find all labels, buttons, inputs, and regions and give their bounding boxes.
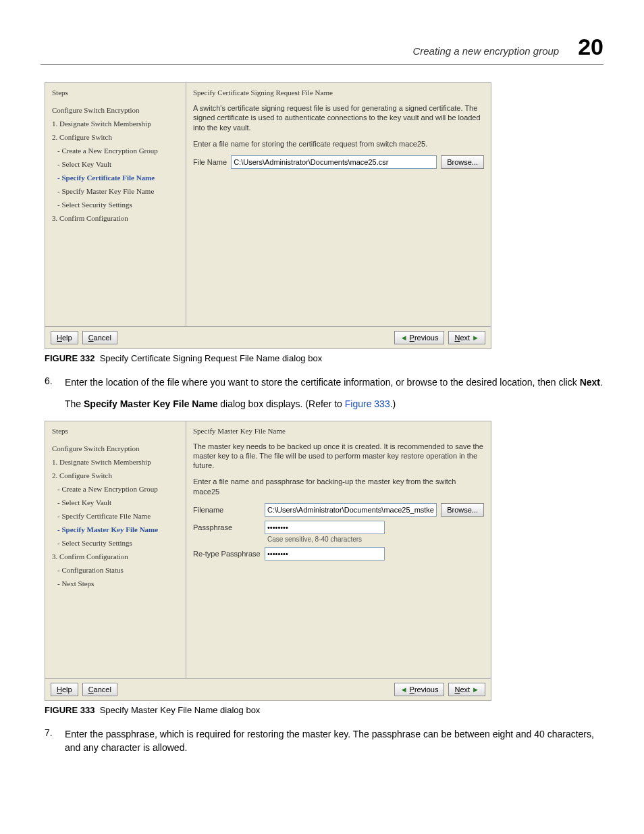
substep-create-group-2[interactable]: - Create a New Encryption Group <box>52 482 179 496</box>
substep-next-steps[interactable]: - Next Steps <box>52 577 179 590</box>
browse-button[interactable]: Browse... <box>441 155 484 169</box>
substep-create-group[interactable]: - Create a New Encryption Group <box>52 144 179 157</box>
passphrase-input[interactable] <box>265 521 385 534</box>
next-button[interactable]: Next ► <box>448 331 485 344</box>
filename-input[interactable] <box>265 503 437 517</box>
figure-332-caption: FIGURE 332 Specify Certificate Signing R… <box>45 353 603 363</box>
retype-passphrase-label: Re-type Passphrase <box>193 550 261 558</box>
section-title: Creating a new encryption group <box>412 45 559 57</box>
step-6-text: Enter the location of the file where you… <box>65 375 603 389</box>
wizard-steps-panel: Steps Configure Switch Encryption 1. Des… <box>45 83 186 326</box>
step-configure-switch[interactable]: 2. Configure Switch <box>52 130 179 144</box>
step-designate-membership-2[interactable]: 1. Designate Switch Membership <box>52 455 179 469</box>
step-configure-switch-2[interactable]: 2. Configure Switch <box>52 469 179 482</box>
substep-specify-master-key-filename-2[interactable]: - Specify Master Key File Name <box>52 523 179 536</box>
content-heading-2: Specify Master Key File Name <box>193 427 484 435</box>
arrow-right-icon-2: ► <box>472 685 479 694</box>
content-heading: Specify Certificate Signing Request File… <box>193 88 484 97</box>
next-button-2[interactable]: Next ► <box>448 683 485 696</box>
figure-333-caption: FIGURE 333 Specify Master Key File Name … <box>45 705 603 715</box>
arrow-right-icon: ► <box>472 334 479 342</box>
wizard-title: Configure Switch Encryption <box>52 103 179 117</box>
steps-header: Steps <box>52 88 179 97</box>
help-button[interactable]: Help <box>51 331 78 344</box>
previous-button-2[interactable]: ◄ Previous <box>394 683 445 696</box>
dialog-master-key-filename: Steps Configure Switch Encryption 1. Des… <box>45 421 491 701</box>
cancel-button[interactable]: Cancel <box>82 331 117 344</box>
dialog-content: Specify Certificate Signing Request File… <box>186 83 491 326</box>
step-confirm-configuration-2[interactable]: 3. Confirm Configuration <box>52 550 179 563</box>
wizard-title-2: Configure Switch Encryption <box>52 442 179 455</box>
step-6-number: 6. <box>45 375 55 389</box>
step-7-number: 7. <box>45 727 55 755</box>
substep-specify-cert-filename-2[interactable]: - Specify Certificate File Name <box>52 509 179 523</box>
wizard-steps-panel-2: Steps Configure Switch Encryption 1. Des… <box>45 421 186 678</box>
figure-332-text: Specify Certificate Signing Request File… <box>100 353 323 363</box>
substep-config-status[interactable]: - Configuration Status <box>52 563 179 577</box>
step-designate-membership[interactable]: 1. Designate Switch Membership <box>52 117 179 130</box>
substep-specify-master-key-filename[interactable]: - Specify Master Key File Name <box>52 184 179 198</box>
content-description-2-2: Enter a file name and passphrase for bac… <box>193 477 484 496</box>
substep-select-security[interactable]: - Select Security Settings <box>52 198 179 211</box>
help-button-2[interactable]: Help <box>51 683 78 696</box>
step-confirm-configuration[interactable]: 3. Confirm Configuration <box>52 211 179 225</box>
arrow-left-icon-2: ◄ <box>400 685 408 694</box>
arrow-left-icon: ◄ <box>400 334 408 342</box>
figure-333-text: Specify Master Key File Name dialog box <box>100 705 261 715</box>
substep-select-key-vault-2[interactable]: - Select Key Vault <box>52 496 179 509</box>
chapter-number: 20 <box>578 34 603 60</box>
browse-button-2[interactable]: Browse... <box>441 503 484 517</box>
substep-select-security-2[interactable]: - Select Security Settings <box>52 536 179 550</box>
dialog-content-2: Specify Master Key File Name The master … <box>186 421 491 678</box>
page-header: Creating a new encryption group 20 <box>41 34 603 65</box>
steps-header-2: Steps <box>52 427 179 435</box>
passphrase-label: Passphrase <box>193 523 261 531</box>
content-description-2: Enter a file name for storing the certif… <box>193 139 484 149</box>
figure-332-label: FIGURE 332 <box>45 353 95 363</box>
file-name-input[interactable] <box>231 155 437 169</box>
step-7-text: Enter the passphrase, which is required … <box>65 727 603 755</box>
passphrase-hint: Case sensitive, 8-40 characters <box>193 536 484 543</box>
filename-label: Filename <box>193 506 261 514</box>
figure-333-label: FIGURE 333 <box>45 705 95 715</box>
content-description-1: A switch's certificate signing request f… <box>193 103 484 132</box>
dialog-certificate-filename: Steps Configure Switch Encryption 1. Des… <box>45 82 491 349</box>
substep-select-key-vault[interactable]: - Select Key Vault <box>52 157 179 171</box>
step-6-result: The Specify Master Key File Name dialog … <box>65 397 603 411</box>
content-description-2-1: The master key needs to be backed up onc… <box>193 442 484 471</box>
retype-passphrase-input[interactable] <box>265 547 385 561</box>
cancel-button-2[interactable]: Cancel <box>82 683 117 696</box>
figure-333-link[interactable]: Figure 333 <box>345 398 390 409</box>
substep-specify-cert-filename[interactable]: - Specify Certificate File Name <box>52 171 179 184</box>
previous-button[interactable]: ◄ Previous <box>394 331 445 344</box>
file-name-label: File Name <box>193 158 227 166</box>
